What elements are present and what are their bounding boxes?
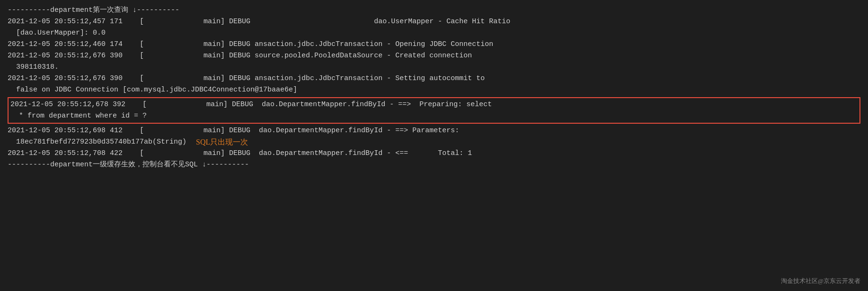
log-line-cache-hit-value: [dao.UserMapper]: 0.0 [8,27,860,39]
log-line-created-connection: 2021-12-05 20:55:12,676 390 [ main] DEBU… [8,50,860,62]
log-line-preparing: 2021-12-05 20:55:12,678 392 [ main] DEBU… [10,99,858,110]
log-line-opening-jdbc: 2021-12-05 20:55:12,460 174 [ main] DEBU… [8,39,860,50]
log-line-parameters-value: 18ec781fbefd727923b0d35740b177ab(String) [8,136,186,148]
log-line-connection-id: 398110318. [8,62,860,73]
watermark: 淘金技术社区@京东云开发者 [781,277,860,285]
log-line-total: 2021-12-05 20:55:12,708 422 [ main] DEBU… [8,148,860,159]
log-container: ----------department第一次查询 ↓---------- 20… [8,5,860,171]
highlighted-sql-block: 2021-12-05 20:55:12,678 392 [ main] DEBU… [8,97,860,124]
log-line-preparing-detail: * from department where id = ? [10,110,858,122]
separator-line-1: ----------department第一次查询 ↓---------- [8,5,860,16]
log-line-parameters: 2021-12-05 20:55:12,698 412 [ main] DEBU… [8,125,860,136]
log-line-cache-hit: 2021-12-05 20:55:12,457 171 [ main] DEBU… [8,16,860,27]
separator-line-2: ----------department一级缓存生效，控制台看不见SQL ↓--… [8,159,860,171]
log-line-autocommit: 2021-12-05 20:55:12,676 390 [ main] DEBU… [8,73,860,84]
sql-annotation: SQL只出现一次 [196,137,248,147]
log-line-autocommit-detail: false on JDBC Connection [com.mysql.jdbc… [8,84,860,96]
